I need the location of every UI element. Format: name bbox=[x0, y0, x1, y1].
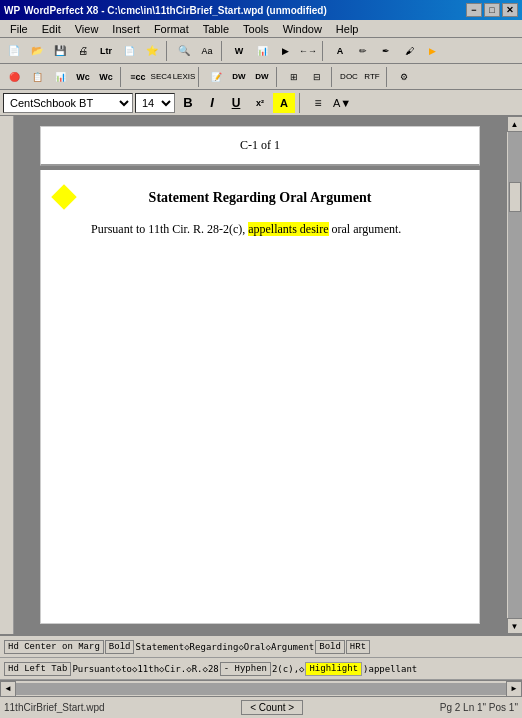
tb2-n[interactable]: DOC bbox=[338, 66, 360, 88]
horizontal-scrollbar[interactable]: ◄ ► bbox=[0, 680, 522, 696]
code-hd-left-tab[interactable]: Hd Left Tab bbox=[4, 662, 71, 676]
content-area: C-1 of 1 Statement Regarding Oral Argume… bbox=[0, 116, 522, 718]
menu-view[interactable]: View bbox=[69, 22, 105, 36]
page-body[interactable]: Statement Regarding Oral Argument Pursua… bbox=[40, 170, 480, 624]
scroll-down-button[interactable]: ▼ bbox=[507, 618, 523, 634]
body-text-after: oral argument. bbox=[329, 222, 402, 236]
tb2-i[interactable]: 📝 bbox=[205, 66, 227, 88]
code-text-2: Pursuant◇to◇11th◇Cir.◇R.◇28 bbox=[72, 664, 218, 674]
menu-file[interactable]: File bbox=[4, 22, 34, 36]
document-area[interactable]: C-1 of 1 Statement Regarding Oral Argume… bbox=[14, 116, 506, 634]
align-left-button[interactable]: ≡ bbox=[307, 93, 329, 113]
sep8 bbox=[386, 67, 390, 87]
size-selector[interactable]: 14 bbox=[135, 93, 175, 113]
menu-window[interactable]: Window bbox=[277, 22, 328, 36]
menu-edit[interactable]: Edit bbox=[36, 22, 67, 36]
print-button[interactable]: 🖨 bbox=[72, 40, 94, 62]
document-body[interactable]: Pursuant to 11th Cir. R. 28-2(c), appell… bbox=[91, 220, 429, 238]
code-text-4: )appellant bbox=[363, 664, 417, 674]
tb2-m[interactable]: ⊟ bbox=[306, 66, 328, 88]
font-selector[interactable]: CentSchbook BT bbox=[3, 93, 133, 113]
app-icon: WP bbox=[4, 5, 20, 16]
sep7 bbox=[331, 67, 335, 87]
underline-button[interactable]: U bbox=[225, 93, 247, 113]
tb2-o[interactable]: RTF bbox=[361, 66, 383, 88]
tb2-h[interactable]: LEXIS bbox=[173, 66, 195, 88]
scroll-track-h[interactable] bbox=[16, 683, 506, 695]
toolbar-2: 🔴 📋 📊 Wc Wc ≡cc SEC4 LEXIS 📝 DW DW ⊞ ⊟ D… bbox=[0, 64, 522, 90]
format-bar: CentSchbook BT 14 B I U x² A ≡ A▼ bbox=[0, 90, 522, 116]
sep3 bbox=[322, 41, 326, 61]
scroll-up-button[interactable]: ▲ bbox=[507, 116, 523, 132]
sep2 bbox=[221, 41, 225, 61]
tb2-d[interactable]: Wc bbox=[72, 66, 94, 88]
tb2-p[interactable]: ⚙ bbox=[393, 66, 415, 88]
superscript-button[interactable]: x² bbox=[249, 93, 271, 113]
count-button[interactable]: < Count > bbox=[241, 700, 303, 715]
menu-table[interactable]: Table bbox=[197, 22, 235, 36]
tb2-a[interactable]: 🔴 bbox=[3, 66, 25, 88]
minimize-button[interactable]: − bbox=[466, 3, 482, 17]
tb-btn-j[interactable]: ▶ bbox=[421, 40, 443, 62]
tb2-k[interactable]: DW bbox=[251, 66, 273, 88]
fax-button[interactable]: 📄 bbox=[118, 40, 140, 62]
sep9 bbox=[299, 93, 303, 113]
code-text-1: Statement◇Regarding◇Oral◇Argument bbox=[135, 642, 314, 652]
highlight-button[interactable]: A bbox=[273, 93, 295, 113]
italic-button[interactable]: I bbox=[201, 93, 223, 113]
sep4 bbox=[120, 67, 124, 87]
code-hyphen[interactable]: - Hyphen bbox=[220, 662, 271, 676]
scroll-right-button[interactable]: ► bbox=[506, 681, 522, 697]
app-title: WordPerfect X8 - C:\cmc\in\11thCirBrief_… bbox=[24, 5, 327, 16]
code-bold-open[interactable]: Bold bbox=[105, 640, 135, 654]
new-button[interactable]: 📄 bbox=[3, 40, 25, 62]
bold-button[interactable]: B bbox=[177, 93, 199, 113]
scroll-track-v[interactable] bbox=[508, 132, 522, 618]
save-button[interactable]: 💾 bbox=[49, 40, 71, 62]
sep1 bbox=[166, 41, 170, 61]
vertical-scrollbar[interactable]: ▲ ▼ bbox=[506, 116, 522, 634]
toolbar-1: 📄 📂 💾 🖨 Ltr 📄 ⭐ 🔍 Aa W 📊 ▶ ←→ A ✏ ✒ 🖌 ▶ bbox=[0, 38, 522, 64]
tb-btn-g[interactable]: ✏ bbox=[352, 40, 374, 62]
scroll-thumb-v[interactable] bbox=[509, 182, 521, 212]
scroll-left-button[interactable]: ◄ bbox=[0, 681, 16, 697]
tb-btn-d[interactable]: ▶ bbox=[274, 40, 296, 62]
preview-button[interactable]: Ltr bbox=[95, 40, 117, 62]
tb-btn-f[interactable]: A bbox=[329, 40, 351, 62]
sep6 bbox=[276, 67, 280, 87]
body-text-before: Pursuant to 11th Cir. R. 28-2(c), bbox=[91, 222, 248, 236]
tb-btn-c[interactable]: 📊 bbox=[251, 40, 273, 62]
main-content: C-1 of 1 Statement Regarding Oral Argume… bbox=[0, 116, 522, 634]
tb-btn-e[interactable]: ←→ bbox=[297, 40, 319, 62]
menu-insert[interactable]: Insert bbox=[106, 22, 146, 36]
code-hd-center[interactable]: Hd Center on Marg bbox=[4, 640, 104, 654]
menu-help[interactable]: Help bbox=[330, 22, 365, 36]
code-hrt[interactable]: HRt bbox=[346, 640, 370, 654]
tb2-e[interactable]: Wc bbox=[95, 66, 117, 88]
search-button[interactable]: 🔍 bbox=[173, 40, 195, 62]
tb-btn-h[interactable]: ✒ bbox=[375, 40, 397, 62]
maximize-button[interactable]: □ bbox=[484, 3, 500, 17]
tb2-g[interactable]: SEC4 bbox=[150, 66, 172, 88]
tb2-b[interactable]: 📋 bbox=[26, 66, 48, 88]
menu-format[interactable]: Format bbox=[148, 22, 195, 36]
tb2-c[interactable]: 📊 bbox=[49, 66, 71, 88]
tb2-l[interactable]: ⊞ bbox=[283, 66, 305, 88]
align-styles-button[interactable]: A▼ bbox=[331, 93, 353, 113]
code-bold-close[interactable]: Bold bbox=[315, 640, 345, 654]
close-button[interactable]: ✕ bbox=[502, 3, 518, 17]
highlighted-text: appellants desire bbox=[248, 222, 328, 236]
open-button[interactable]: 📂 bbox=[26, 40, 48, 62]
star-button[interactable]: ⭐ bbox=[141, 40, 163, 62]
tb-btn-i[interactable]: 🖌 bbox=[398, 40, 420, 62]
cursor-marker bbox=[51, 184, 76, 209]
reveal-codes-row1: Hd Center on Marg Bold Statement◇Regardi… bbox=[0, 634, 522, 658]
menu-tools[interactable]: Tools bbox=[237, 22, 275, 36]
tb-btn-b[interactable]: W bbox=[228, 40, 250, 62]
tb-btn-a[interactable]: Aa bbox=[196, 40, 218, 62]
tb2-f[interactable]: ≡cc bbox=[127, 66, 149, 88]
sep5 bbox=[198, 67, 202, 87]
code-highlight[interactable]: Highlight bbox=[305, 662, 362, 676]
tb2-j[interactable]: DW bbox=[228, 66, 250, 88]
page-header: C-1 of 1 bbox=[40, 126, 480, 166]
